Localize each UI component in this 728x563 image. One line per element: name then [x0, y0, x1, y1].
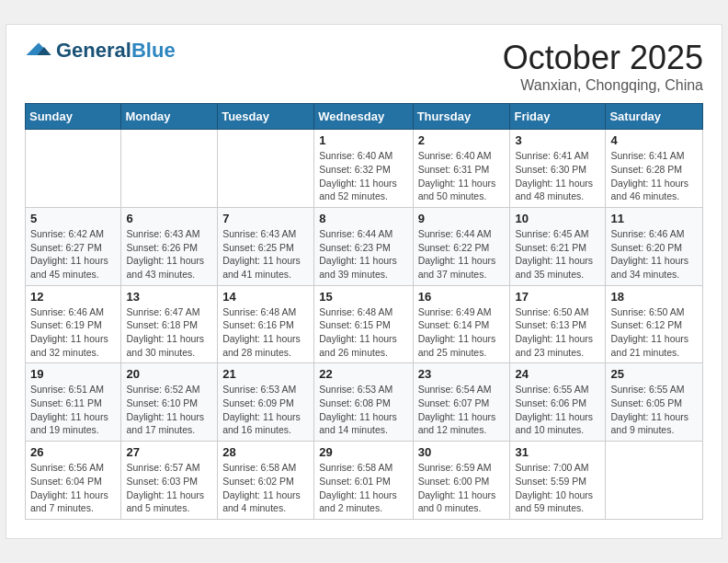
weekday-header-row: SundayMondayTuesdayWednesdayThursdayFrid…	[26, 104, 703, 130]
day-number: 2	[418, 133, 506, 147]
calendar-cell: 17Sunrise: 6:50 AM Sunset: 6:13 PM Dayli…	[510, 285, 606, 363]
day-number: 29	[319, 445, 407, 459]
calendar-cell: 4Sunrise: 6:41 AM Sunset: 6:28 PM Daylig…	[606, 130, 703, 208]
day-number: 1	[319, 133, 407, 147]
day-info: Sunrise: 6:46 AM Sunset: 6:19 PM Dayligh…	[30, 306, 108, 358]
day-number: 6	[126, 212, 212, 225]
day-info: Sunrise: 7:00 AM Sunset: 5:59 PM Dayligh…	[515, 462, 593, 513]
day-info: Sunrise: 6:40 AM Sunset: 6:31 PM Dayligh…	[418, 150, 496, 201]
day-number: 21	[222, 367, 309, 381]
weekday-header-tuesday: Tuesday	[218, 104, 314, 130]
day-info: Sunrise: 6:50 AM Sunset: 6:12 PM Dayligh…	[610, 306, 688, 358]
calendar-cell: 31Sunrise: 7:00 AM Sunset: 5:59 PM Dayli…	[510, 442, 606, 520]
calendar-cell: 29Sunrise: 6:58 AM Sunset: 6:01 PM Dayli…	[314, 442, 413, 520]
weekday-header-thursday: Thursday	[413, 104, 510, 130]
day-number: 10	[515, 212, 600, 225]
logo-blue: Blue	[131, 39, 176, 62]
day-number: 3	[515, 133, 600, 147]
calendar-container: GeneralBlue October 2025 Wanxian, Chongq…	[6, 24, 722, 539]
day-info: Sunrise: 6:49 AM Sunset: 6:14 PM Dayligh…	[418, 306, 496, 358]
day-info: Sunrise: 6:40 AM Sunset: 6:32 PM Dayligh…	[319, 150, 397, 201]
calendar-cell: 6Sunrise: 6:43 AM Sunset: 6:26 PM Daylig…	[121, 207, 218, 285]
calendar-cell: 14Sunrise: 6:48 AM Sunset: 6:16 PM Dayli…	[218, 285, 314, 363]
day-number: 25	[610, 367, 698, 381]
calendar-cell: 2Sunrise: 6:40 AM Sunset: 6:31 PM Daylig…	[413, 130, 510, 208]
logo-general: General	[56, 39, 131, 62]
day-info: Sunrise: 6:45 AM Sunset: 6:21 PM Dayligh…	[515, 228, 593, 280]
calendar-cell: 24Sunrise: 6:55 AM Sunset: 6:06 PM Dayli…	[510, 363, 606, 442]
day-info: Sunrise: 6:44 AM Sunset: 6:23 PM Dayligh…	[319, 228, 397, 280]
calendar-cell	[121, 130, 218, 208]
day-info: Sunrise: 6:59 AM Sunset: 6:00 PM Dayligh…	[418, 462, 496, 513]
day-info: Sunrise: 6:48 AM Sunset: 6:15 PM Dayligh…	[319, 306, 397, 358]
calendar-cell: 21Sunrise: 6:53 AM Sunset: 6:09 PM Dayli…	[218, 363, 314, 442]
day-number: 26	[30, 445, 116, 459]
calendar-cell: 30Sunrise: 6:59 AM Sunset: 6:00 PM Dayli…	[413, 442, 510, 520]
title-area: October 2025 Wanxian, Chongqing, China	[503, 39, 703, 94]
week-row-4: 19Sunrise: 6:51 AM Sunset: 6:11 PM Dayli…	[26, 363, 703, 442]
calendar-cell: 13Sunrise: 6:47 AM Sunset: 6:18 PM Dayli…	[121, 285, 218, 363]
day-info: Sunrise: 6:41 AM Sunset: 6:28 PM Dayligh…	[610, 150, 688, 201]
day-info: Sunrise: 6:55 AM Sunset: 6:05 PM Dayligh…	[610, 384, 688, 435]
day-info: Sunrise: 6:43 AM Sunset: 6:26 PM Dayligh…	[126, 228, 204, 280]
calendar-table: SundayMondayTuesdayWednesdayThursdayFrid…	[25, 103, 703, 520]
weekday-header-monday: Monday	[121, 104, 218, 130]
week-row-1: 1Sunrise: 6:40 AM Sunset: 6:32 PM Daylig…	[26, 130, 703, 208]
day-info: Sunrise: 6:56 AM Sunset: 6:04 PM Dayligh…	[30, 462, 108, 513]
day-number: 24	[515, 367, 600, 381]
calendar-cell	[26, 130, 121, 208]
calendar-cell: 27Sunrise: 6:57 AM Sunset: 6:03 PM Dayli…	[121, 442, 218, 520]
calendar-cell: 26Sunrise: 6:56 AM Sunset: 6:04 PM Dayli…	[26, 442, 121, 520]
day-info: Sunrise: 6:52 AM Sunset: 6:10 PM Dayligh…	[126, 384, 204, 435]
header-area: GeneralBlue October 2025 Wanxian, Chongq…	[25, 39, 703, 94]
calendar-cell: 22Sunrise: 6:53 AM Sunset: 6:08 PM Dayli…	[314, 363, 413, 442]
calendar-cell	[606, 442, 703, 520]
day-number: 5	[30, 212, 116, 225]
day-info: Sunrise: 6:51 AM Sunset: 6:11 PM Dayligh…	[30, 384, 108, 435]
day-info: Sunrise: 6:57 AM Sunset: 6:03 PM Dayligh…	[126, 462, 204, 513]
calendar-cell: 10Sunrise: 6:45 AM Sunset: 6:21 PM Dayli…	[510, 207, 606, 285]
day-info: Sunrise: 6:48 AM Sunset: 6:16 PM Dayligh…	[222, 306, 301, 358]
day-info: Sunrise: 6:50 AM Sunset: 6:13 PM Dayligh…	[515, 306, 593, 358]
day-number: 31	[515, 445, 600, 459]
day-number: 8	[319, 212, 407, 225]
weekday-header-saturday: Saturday	[606, 104, 703, 130]
calendar-cell: 5Sunrise: 6:42 AM Sunset: 6:27 PM Daylig…	[26, 207, 121, 285]
day-number: 28	[222, 445, 309, 459]
day-info: Sunrise: 6:41 AM Sunset: 6:30 PM Dayligh…	[515, 150, 593, 201]
day-info: Sunrise: 6:54 AM Sunset: 6:07 PM Dayligh…	[418, 384, 496, 435]
day-number: 20	[126, 367, 212, 381]
day-number: 12	[30, 290, 116, 304]
week-row-3: 12Sunrise: 6:46 AM Sunset: 6:19 PM Dayli…	[26, 285, 703, 363]
week-row-5: 26Sunrise: 6:56 AM Sunset: 6:04 PM Dayli…	[26, 442, 703, 520]
calendar-cell: 3Sunrise: 6:41 AM Sunset: 6:30 PM Daylig…	[510, 130, 606, 208]
calendar-cell: 11Sunrise: 6:46 AM Sunset: 6:20 PM Dayli…	[606, 207, 703, 285]
day-number: 15	[319, 290, 407, 304]
calendar-cell: 16Sunrise: 6:49 AM Sunset: 6:14 PM Dayli…	[413, 285, 510, 363]
week-row-2: 5Sunrise: 6:42 AM Sunset: 6:27 PM Daylig…	[26, 207, 703, 285]
day-number: 30	[418, 445, 506, 459]
day-info: Sunrise: 6:53 AM Sunset: 6:09 PM Dayligh…	[222, 384, 301, 435]
day-info: Sunrise: 6:58 AM Sunset: 6:02 PM Dayligh…	[222, 462, 301, 513]
day-number: 18	[610, 290, 698, 304]
day-number: 27	[126, 445, 212, 459]
day-info: Sunrise: 6:42 AM Sunset: 6:27 PM Dayligh…	[30, 228, 108, 280]
month-title: October 2025	[503, 39, 703, 77]
day-info: Sunrise: 6:47 AM Sunset: 6:18 PM Dayligh…	[126, 306, 204, 358]
logo-icon	[25, 41, 52, 58]
calendar-cell: 7Sunrise: 6:43 AM Sunset: 6:25 PM Daylig…	[218, 207, 314, 285]
day-info: Sunrise: 6:46 AM Sunset: 6:20 PM Dayligh…	[610, 228, 688, 280]
day-info: Sunrise: 6:55 AM Sunset: 6:06 PM Dayligh…	[515, 384, 593, 435]
calendar-cell: 20Sunrise: 6:52 AM Sunset: 6:10 PM Dayli…	[121, 363, 218, 442]
day-info: Sunrise: 6:53 AM Sunset: 6:08 PM Dayligh…	[319, 384, 397, 435]
day-number: 7	[222, 212, 309, 225]
weekday-header-friday: Friday	[510, 104, 606, 130]
day-number: 14	[222, 290, 309, 304]
day-number: 23	[418, 367, 506, 381]
weekday-header-wednesday: Wednesday	[314, 104, 413, 130]
calendar-cell: 28Sunrise: 6:58 AM Sunset: 6:02 PM Dayli…	[218, 442, 314, 520]
calendar-cell: 8Sunrise: 6:44 AM Sunset: 6:23 PM Daylig…	[314, 207, 413, 285]
day-number: 22	[319, 367, 407, 381]
day-info: Sunrise: 6:43 AM Sunset: 6:25 PM Dayligh…	[222, 228, 301, 280]
calendar-cell: 12Sunrise: 6:46 AM Sunset: 6:19 PM Dayli…	[26, 285, 121, 363]
